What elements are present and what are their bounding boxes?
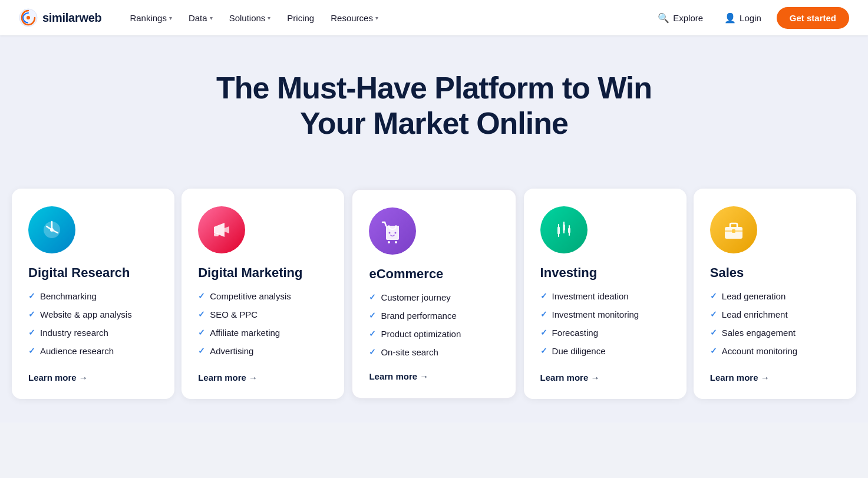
check-icon: ✓ (540, 309, 547, 321)
check-icon: ✓ (540, 345, 547, 357)
svg-point-6 (395, 241, 397, 243)
learn-more-investing[interactable]: Learn more → (540, 372, 670, 383)
hero-title: The Must-Have Platform to Win Your Marke… (193, 71, 676, 141)
chevron-down-icon: ▾ (268, 15, 270, 21)
learn-more-digital-marketing[interactable]: Learn more → (198, 372, 328, 383)
svg-point-7 (389, 232, 391, 233)
nav-rankings[interactable]: Rankings ▾ (123, 9, 179, 27)
list-item: ✓ Competitive analysis (198, 290, 328, 302)
list-item: ✓ Audience research (28, 345, 158, 357)
card-items-investing: ✓ Investment ideation ✓ Investment monit… (540, 290, 670, 360)
check-icon: ✓ (710, 345, 717, 357)
svg-rect-12 (563, 225, 565, 230)
search-icon: 🔍 (658, 12, 669, 24)
card-title-ecommerce: eCommerce (369, 266, 499, 282)
cards-section: Digital Research ✓ Benchmarking ✓ Websit… (0, 170, 868, 423)
list-item: ✓ Affiliate marketing (198, 327, 328, 339)
check-icon: ✓ (369, 292, 376, 304)
svg-rect-15 (568, 228, 570, 233)
list-item: ✓ Customer journey (369, 291, 499, 304)
learn-more-digital-research[interactable]: Learn more → (28, 372, 158, 383)
list-item: ✓ Forecasting (540, 327, 670, 339)
card-items-digital-marketing: ✓ Competitive analysis ✓ SEO & PPC ✓ Aff… (198, 290, 328, 360)
list-item: ✓ SEO & PPC (198, 308, 328, 321)
list-item: ✓ Product optimization (369, 328, 499, 340)
check-icon: ✓ (28, 345, 35, 357)
card-icon-sales (710, 206, 757, 253)
nav-resources[interactable]: Resources ▾ (324, 9, 385, 27)
check-icon: ✓ (710, 309, 717, 321)
svg-rect-9 (557, 227, 560, 234)
list-item: ✓ Sales engagement (710, 327, 840, 339)
hero-section: The Must-Have Platform to Win Your Marke… (0, 35, 868, 170)
list-item: ✓ Investment ideation (540, 290, 670, 302)
card-items-ecommerce: ✓ Customer journey ✓ Brand performance ✓… (369, 291, 499, 358)
card-digital-marketing: Digital Marketing ✓ Competitive analysis… (181, 189, 344, 399)
check-icon: ✓ (540, 291, 547, 302)
card-title-digital-marketing: Digital Marketing (198, 265, 328, 281)
card-icon-ecommerce (369, 207, 416, 255)
check-icon: ✓ (369, 347, 376, 358)
check-icon: ✓ (369, 328, 376, 340)
nav-right: 🔍 Explore 👤 Login Get started (652, 7, 849, 29)
list-item: ✓ Industry research (28, 327, 158, 339)
svg-point-8 (395, 232, 397, 233)
card-title-investing: Investing (540, 265, 670, 281)
card-icon-digital-research (28, 206, 75, 253)
list-item: ✓ Advertising (198, 345, 328, 357)
learn-more-sales[interactable]: Learn more → (710, 372, 840, 383)
chevron-down-icon: ▾ (169, 15, 172, 21)
list-item: ✓ Due diligence (540, 345, 670, 357)
list-item: ✓ Lead enrichment (710, 308, 840, 321)
card-ecommerce: eCommerce ✓ Customer journey ✓ Brand per… (351, 189, 516, 399)
check-icon: ✓ (28, 291, 35, 302)
check-icon: ✓ (540, 327, 547, 339)
nav-login[interactable]: 👤 Login (718, 9, 767, 27)
check-icon: ✓ (710, 327, 717, 339)
brand-name: similarweb (42, 11, 101, 25)
list-item: ✓ Benchmarking (28, 290, 158, 302)
nav-solutions[interactable]: Solutions ▾ (222, 9, 278, 27)
list-item: ✓ On-site search (369, 346, 499, 358)
svg-rect-4 (214, 233, 219, 236)
chevron-down-icon: ▾ (375, 15, 378, 21)
card-items-sales: ✓ Lead generation ✓ Lead enrichment ✓ Sa… (710, 290, 840, 360)
cards-grid: Digital Research ✓ Benchmarking ✓ Websit… (12, 189, 856, 399)
chevron-down-icon: ▾ (210, 15, 213, 21)
card-icon-digital-marketing (198, 206, 245, 253)
nav-explore[interactable]: 🔍 Explore (652, 9, 709, 27)
list-item: ✓ Brand performance (369, 309, 499, 322)
check-icon: ✓ (198, 345, 205, 357)
navbar: similarweb Rankings ▾ Data ▾ Solutions ▾… (0, 0, 868, 35)
nav-links: Rankings ▾ Data ▾ Solutions ▾ Pricing Re… (123, 9, 652, 27)
card-investing: Investing ✓ Investment ideation ✓ Invest… (524, 189, 687, 399)
list-item: ✓ Account monitoring (710, 345, 840, 357)
check-icon: ✓ (28, 309, 35, 321)
svg-point-1 (27, 16, 30, 19)
nav-pricing[interactable]: Pricing (280, 9, 321, 27)
check-icon: ✓ (28, 327, 35, 339)
get-started-button[interactable]: Get started (777, 7, 849, 29)
check-icon: ✓ (198, 327, 205, 339)
logo[interactable]: similarweb (19, 8, 101, 27)
card-items-digital-research: ✓ Benchmarking ✓ Website & app analysis … (28, 290, 158, 360)
list-item: ✓ Lead generation (710, 290, 840, 302)
list-item: ✓ Website & app analysis (28, 308, 158, 321)
check-icon: ✓ (198, 291, 205, 302)
check-icon: ✓ (710, 291, 717, 302)
svg-rect-20 (732, 229, 735, 233)
card-title-digital-research: Digital Research (28, 265, 158, 281)
list-item: ✓ Investment monitoring (540, 308, 670, 321)
check-icon: ✓ (369, 310, 376, 322)
card-title-sales: Sales (710, 265, 840, 281)
svg-point-3 (50, 228, 54, 232)
card-icon-investing (540, 206, 588, 253)
check-icon: ✓ (198, 309, 205, 321)
learn-more-ecommerce[interactable]: Learn more → (369, 371, 499, 381)
card-sales: Sales ✓ Lead generation ✓ Lead enrichmen… (694, 189, 856, 399)
nav-data[interactable]: Data ▾ (181, 9, 220, 27)
svg-point-5 (388, 241, 390, 243)
user-icon: 👤 (724, 12, 736, 24)
card-digital-research: Digital Research ✓ Benchmarking ✓ Websit… (12, 189, 174, 399)
